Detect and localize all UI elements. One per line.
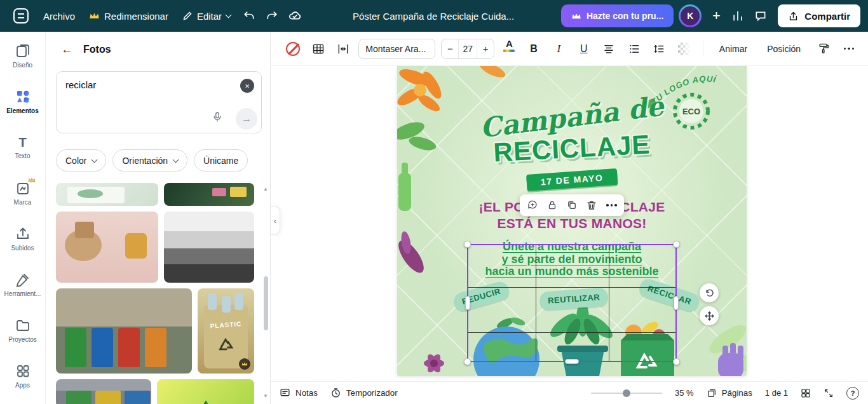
- resize-handle-top-right[interactable]: [673, 241, 680, 248]
- sidebar-item-apps[interactable]: Apps: [1, 353, 45, 399]
- photo-plastic-bottles-bag[interactable]: PLASTIC: [198, 288, 254, 374]
- upgrade-button[interactable]: Hazte con tu pru...: [561, 4, 674, 27]
- microphone-icon[interactable]: [210, 110, 224, 124]
- add-member-button[interactable]: +: [707, 5, 726, 27]
- font-family-select[interactable]: Montaser Ara...: [358, 39, 435, 59]
- back-button[interactable]: ←: [61, 43, 73, 55]
- italic-button[interactable]: I: [549, 39, 568, 59]
- alignment-button[interactable]: [599, 39, 618, 59]
- filter-color[interactable]: Color: [56, 149, 106, 172]
- photo-colorful-recycle-bins[interactable]: [56, 288, 192, 374]
- text-color-button[interactable]: A: [500, 39, 519, 59]
- edit-menu[interactable]: Editar: [176, 6, 237, 27]
- transparency-button[interactable]: [674, 39, 693, 59]
- sidebar-item-herramientas[interactable]: Herramient...: [1, 262, 45, 307]
- pages-button[interactable]: Páginas: [707, 388, 752, 398]
- file-menu[interactable]: Archivo: [37, 6, 81, 27]
- grid-view-button[interactable]: [801, 388, 811, 398]
- table-icon[interactable]: [308, 39, 327, 59]
- sidebar-item-diseno[interactable]: Diseño: [1, 33, 45, 79]
- upload-icon: [15, 226, 31, 241]
- comment-icon[interactable]: [524, 196, 541, 214]
- clear-search-icon[interactable]: ×: [240, 79, 254, 93]
- filter-unicamente[interactable]: Únicame: [194, 149, 248, 172]
- poster-body-line-2[interactable]: y sé parte del movimiento: [397, 253, 747, 266]
- bottom-bar: Notas Temporizador 35 % Páginas 1 de 1 ?: [271, 381, 868, 404]
- bold-button[interactable]: B: [524, 39, 543, 59]
- copy-style-button[interactable]: [813, 39, 834, 59]
- spacing-icon[interactable]: [334, 39, 353, 59]
- resize-handle-bottom-right[interactable]: [673, 358, 680, 365]
- zoom-slider-thumb[interactable]: [623, 389, 630, 397]
- poster-body-line-1[interactable]: Únete a nuestra campaña: [397, 240, 747, 253]
- lock-icon[interactable]: [543, 196, 561, 214]
- sidebar-item-elementos[interactable]: Elementos: [1, 79, 45, 125]
- rotate-button[interactable]: [700, 283, 719, 302]
- animate-button[interactable]: Animar: [712, 39, 754, 58]
- font-size-increase[interactable]: +: [477, 39, 494, 58]
- photo-mountains-bw[interactable]: [164, 212, 254, 283]
- tools-icon: [15, 272, 31, 287]
- filter-orientacion[interactable]: Orientación: [112, 149, 187, 172]
- font-size-value[interactable]: 27: [458, 39, 477, 58]
- resize-handle-left[interactable]: [465, 296, 470, 310]
- crown-icon: [89, 11, 100, 20]
- help-button[interactable]: ?: [846, 387, 859, 400]
- sidebar-item-texto[interactable]: T Texto: [1, 125, 45, 170]
- document-color-swatch[interactable]: [283, 39, 302, 59]
- search-box[interactable]: × →: [56, 71, 262, 133]
- fullscreen-button[interactable]: [824, 388, 834, 398]
- delete-icon[interactable]: [583, 196, 600, 214]
- sidebar-item-marca[interactable]: Marca: [1, 170, 45, 216]
- pages-icon: [707, 388, 717, 398]
- timer-button[interactable]: Temporizador: [330, 387, 398, 398]
- more-icon: [844, 48, 855, 50]
- panel-scrollbar[interactable]: [264, 276, 268, 330]
- duplicate-icon[interactable]: [563, 196, 581, 214]
- zoom-level[interactable]: 35 %: [675, 388, 694, 398]
- photo-recycle-symbol-art[interactable]: [157, 379, 254, 404]
- more-options-button[interactable]: [839, 39, 859, 59]
- sidebar-item-proyectos[interactable]: Proyectos: [1, 307, 45, 353]
- photos-panel: ← Fotos × → Color Orientación Únicame: [46, 32, 271, 404]
- search-input[interactable]: [65, 79, 224, 90]
- cloud-saved-icon[interactable]: [284, 5, 306, 27]
- search-submit-icon[interactable]: →: [236, 108, 257, 130]
- design-page[interactable]: TU LOGO AQUÍ ECO Campaña de RECICLAJE 17…: [397, 66, 747, 376]
- insights-chart-icon[interactable]: [727, 5, 749, 27]
- zoom-slider[interactable]: [591, 393, 662, 394]
- chevron-down-icon: [92, 157, 98, 163]
- scroll-down-icon[interactable]: ▼: [263, 394, 268, 399]
- collapse-panel-button[interactable]: ‹: [271, 206, 280, 235]
- resize-menu[interactable]: Redimensionar: [83, 6, 175, 27]
- clock-icon: [330, 387, 341, 398]
- photo-paper-tableware[interactable]: [56, 212, 158, 283]
- sidebar-item-subidos[interactable]: Subidos: [1, 216, 45, 262]
- comments-icon[interactable]: [750, 5, 771, 27]
- poster-headline-2[interactable]: ESTÁ EN TUS MANOS!: [397, 216, 747, 231]
- more-icon[interactable]: [602, 196, 620, 214]
- move-button[interactable]: [700, 306, 719, 325]
- photo-hands-green-paper[interactable]: [56, 183, 158, 206]
- undo-button[interactable]: [238, 5, 260, 27]
- share-button[interactable]: Compartir: [778, 4, 860, 27]
- notes-button[interactable]: Notas: [280, 387, 318, 398]
- resize-handle-bottom[interactable]: [565, 359, 579, 364]
- position-button[interactable]: Posición: [760, 39, 808, 58]
- text-spacing-button[interactable]: [649, 39, 668, 59]
- photo-street-bins[interactable]: [56, 379, 151, 404]
- resize-handle-right[interactable]: [674, 296, 679, 310]
- document-title[interactable]: Póster Campaña de Reciclaje Cuida...: [307, 11, 560, 22]
- poster-body-line-3[interactable]: hacia un mundo más sostenible: [397, 265, 747, 278]
- list-button[interactable]: [625, 39, 644, 59]
- scroll-up-icon[interactable]: ▲: [263, 187, 268, 192]
- chevron-down-icon: [226, 11, 232, 18]
- photo-desk-stationery[interactable]: [164, 183, 254, 206]
- resize-handle-top-left[interactable]: [464, 241, 471, 248]
- font-size-decrease[interactable]: −: [442, 39, 458, 58]
- account-avatar[interactable]: K: [679, 4, 702, 27]
- resize-handle-bottom-left[interactable]: [464, 358, 471, 365]
- underline-button[interactable]: U: [574, 39, 593, 59]
- home-menu-icon[interactable]: [11, 6, 31, 25]
- redo-button[interactable]: [261, 5, 283, 27]
